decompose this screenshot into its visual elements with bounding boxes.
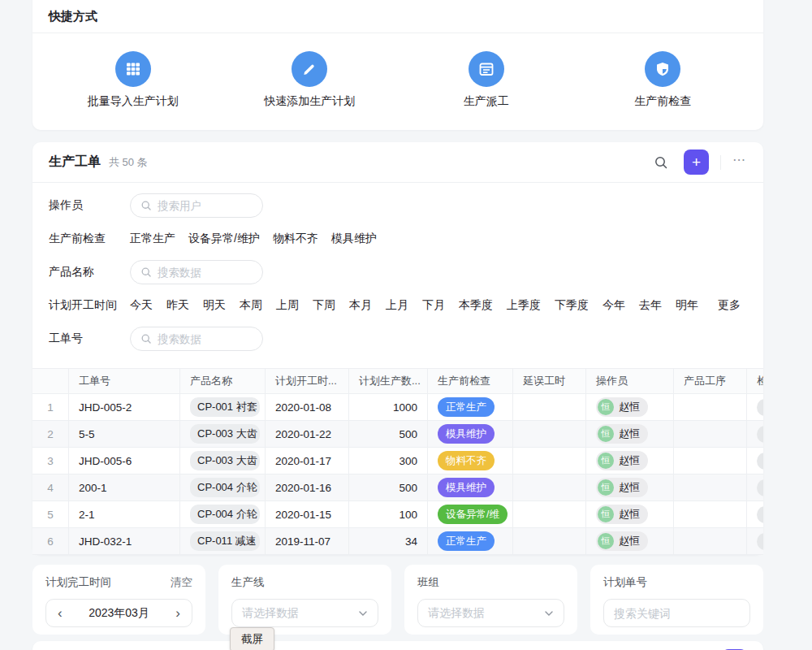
- screenshot-button[interactable]: 截屏: [230, 627, 274, 650]
- plan-start-options: 今天昨天明天本周上周下周本月上月下月本季度上季度下季度今年去年明年: [130, 298, 718, 313]
- operator-cell: 恒赵恒: [586, 474, 674, 500]
- qty-cell: 300: [349, 448, 428, 474]
- precheck-cell: 正常生产: [428, 528, 513, 554]
- more-time-options-link[interactable]: 更多: [718, 298, 741, 313]
- month-value[interactable]: 2023年03月: [89, 606, 149, 621]
- order-no-search-input[interactable]: [130, 327, 263, 351]
- process-cell: [674, 448, 747, 474]
- product-cell: CP-003 大齿: [180, 448, 266, 474]
- time-filter-option[interactable]: 本季度: [459, 298, 493, 313]
- chevron-down-icon: [544, 609, 554, 618]
- product-pill: CP-011 减速: [190, 531, 260, 551]
- start-date-cell: 2020-01-17: [266, 448, 349, 474]
- time-filter-option[interactable]: 下周: [313, 298, 335, 313]
- select-placeholder: 请选择数据: [428, 606, 485, 621]
- order-no-search-field[interactable]: [158, 333, 247, 345]
- product-pill: CP-004 介轮: [190, 478, 260, 497]
- column-header: 检验: [747, 369, 763, 393]
- table-row[interactable]: 3JHD-005-6CP-003 大齿2020-01-17300物料不齐恒赵恒: [32, 448, 763, 474]
- time-filter-option[interactable]: 下月: [422, 298, 445, 313]
- start-date-cell: 2019-11-07: [266, 528, 349, 554]
- precheck-cell: 物料不齐: [428, 448, 513, 474]
- time-filter-option[interactable]: 今年: [603, 298, 625, 313]
- more-actions-icon[interactable]: ⋯: [732, 152, 747, 172]
- start-date-cell: 2020-01-08: [266, 394, 349, 420]
- time-filter-option[interactable]: 上周: [276, 298, 299, 313]
- chevron-right-icon[interactable]: ›: [175, 606, 180, 620]
- production-line-select[interactable]: 请选择数据: [231, 599, 378, 627]
- table-row[interactable]: 1JHD-005-2CP-001 衬套2020-01-081000正常生产恒赵恒: [32, 394, 763, 421]
- shortcut-precheck[interactable]: 生产前检查: [575, 51, 752, 109]
- status-badge: 模具维护: [438, 478, 495, 497]
- operator-search-field[interactable]: [158, 200, 247, 212]
- clear-link[interactable]: 清空: [171, 575, 192, 590]
- add-work-order-button[interactable]: +: [684, 150, 709, 175]
- shortcut-dispatch[interactable]: 生产派工: [398, 51, 575, 109]
- precheck-filter-label: 生产前检查: [49, 232, 130, 246]
- plan-no-input[interactable]: [614, 607, 740, 620]
- chevron-down-icon: [358, 609, 368, 618]
- precheck-option[interactable]: 物料不齐: [273, 232, 318, 246]
- status-badge: 正常生产: [438, 531, 495, 551]
- time-filter-option[interactable]: 去年: [639, 298, 662, 313]
- row-index: 6: [32, 528, 69, 554]
- status-badge: 物料不齐: [438, 451, 495, 470]
- column-header: 产品名称: [180, 369, 266, 393]
- precheck-option[interactable]: 模具维护: [331, 232, 377, 246]
- product-cell: CP-001 衬套: [180, 394, 266, 420]
- time-filter-option[interactable]: 下季度: [555, 298, 589, 313]
- time-filter-option[interactable]: 上月: [386, 298, 408, 313]
- shortcut-batch-import[interactable]: 批量导入生产计划: [45, 51, 222, 109]
- table-row[interactable]: 4200-1CP-004 介轮2020-01-16500模具维护恒赵恒: [32, 474, 763, 501]
- precheck-option[interactable]: 设备异常/维护: [188, 232, 260, 246]
- operator-tag: 恒赵恒: [596, 531, 648, 551]
- column-header: 工单号: [69, 369, 180, 393]
- status-badge: 正常生产: [438, 397, 495, 417]
- operator-cell: 恒赵恒: [586, 501, 674, 527]
- table-row[interactable]: 52-1CP-004 介轮2020-01-15100设备异常/维恒赵恒: [32, 501, 763, 528]
- production-line-label: 生产线: [231, 575, 265, 590]
- avatar: 恒: [598, 506, 614, 522]
- time-filter-option[interactable]: 本周: [240, 298, 262, 313]
- plan-no-label: 计划单号: [603, 575, 647, 590]
- precheck-option[interactable]: 正常生产: [130, 232, 175, 246]
- time-filter-option[interactable]: 明年: [676, 298, 698, 313]
- product-search-input[interactable]: [130, 260, 263, 284]
- process-cell: [674, 501, 747, 527]
- production-line-card: 生产线 请选择数据: [218, 565, 391, 635]
- operator-name: 赵恒: [619, 453, 640, 468]
- plan-start-filter-label: 计划开工时间: [49, 298, 130, 313]
- operator-search-input[interactable]: [130, 193, 263, 218]
- plan-no-card: 计划单号: [590, 565, 763, 635]
- table-row[interactable]: 25-5CP-003 大齿2020-01-22500模具维护恒赵恒: [32, 421, 763, 448]
- column-header: 计划开工时...: [266, 369, 349, 393]
- product-search-field[interactable]: [158, 266, 247, 279]
- delay-cell: [513, 528, 586, 554]
- time-filter-option[interactable]: 本月: [349, 298, 372, 313]
- time-filter-option[interactable]: 昨天: [166, 298, 189, 313]
- row-index: 1: [32, 394, 69, 420]
- shortcut-quick-add[interactable]: 快速添加生产计划: [222, 51, 399, 109]
- work-orders-title: 生产工单: [49, 154, 101, 171]
- operator-name: 赵恒: [619, 480, 640, 495]
- delay-cell: [513, 448, 586, 474]
- qty-cell: 500: [349, 421, 428, 447]
- search-icon[interactable]: [650, 151, 672, 174]
- delay-cell: [513, 474, 586, 500]
- table-row[interactable]: 6JHD-032-1CP-011 减速2019-11-0734正常生产恒赵恒: [32, 528, 763, 555]
- chevron-left-icon[interactable]: ‹: [58, 606, 63, 620]
- work-orders-card: 生产工单 共 50 条 + ⋯ 操作员 生产前检查 正常生产: [32, 142, 763, 555]
- time-filter-option[interactable]: 明天: [203, 298, 226, 313]
- product-pill: CP-001 衬套: [190, 397, 260, 417]
- team-card: 班组 请选择数据: [404, 565, 577, 635]
- time-filter-option[interactable]: 今天: [130, 298, 153, 313]
- team-select[interactable]: 请选择数据: [417, 599, 564, 627]
- table-body: 1JHD-005-2CP-001 衬套2020-01-081000正常生产恒赵恒…: [32, 394, 763, 555]
- shortcuts-card: 快捷方式 批量导入生产计划 快速添加生产计划 生产派工: [32, 0, 763, 130]
- calendar-icon: [469, 51, 504, 87]
- operator-name: 赵恒: [619, 427, 640, 441]
- table-header-row: 工单号产品名称计划开工时...计划生产数...生产前检查延误工时操作员产品工序检…: [32, 368, 763, 394]
- time-filter-option[interactable]: 上季度: [507, 298, 541, 313]
- qty-cell: 1000: [349, 394, 428, 420]
- row-index: 4: [32, 474, 69, 500]
